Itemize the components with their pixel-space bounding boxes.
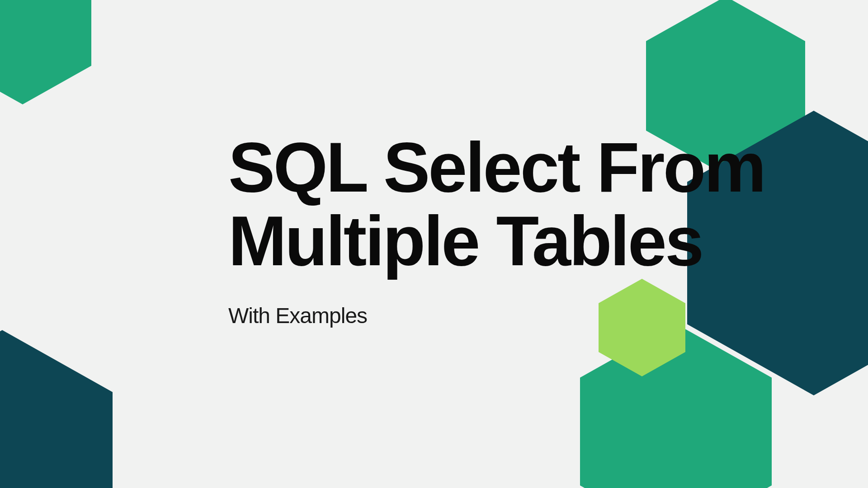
slide-content: SQL Select From Multiple Tables With Exa…: [228, 131, 868, 328]
slide-title: SQL Select From Multiple Tables: [228, 131, 868, 278]
hexagon-decoration-bottom-left: [0, 316, 140, 488]
hexagon-decoration-top-left: [0, 0, 108, 113]
slide-subtitle: With Examples: [228, 303, 868, 328]
svg-marker-1: [0, 330, 113, 488]
svg-marker-0: [0, 0, 91, 104]
